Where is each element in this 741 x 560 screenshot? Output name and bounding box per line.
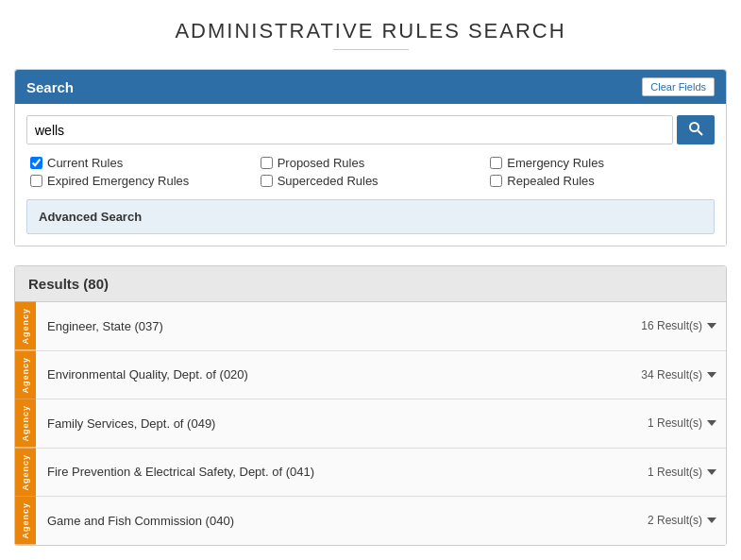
search-header: Search Clear Fields: [15, 70, 726, 104]
chevron-down-icon: [707, 469, 716, 475]
chevron-down-icon: [707, 420, 716, 426]
page-title: ADMINISTRATIVE RULES SEARCH: [14, 19, 727, 43]
search-panel-title: Search: [26, 79, 74, 95]
result-row[interactable]: AgencyFire Prevention & Electrical Safet…: [15, 449, 726, 498]
current-rules-label: Current Rules: [47, 156, 123, 170]
emergency-rules-label: Emergency Rules: [507, 156, 604, 170]
checkbox-proposed-rules[interactable]: Proposed Rules: [261, 156, 481, 170]
agency-badge: Agency: [15, 399, 36, 448]
clear-fields-button[interactable]: Clear Fields: [642, 77, 715, 96]
results-panel: Results (80) AgencyEngineer, State (037)…: [14, 265, 727, 546]
result-row[interactable]: AgencyFamily Services, Dept. of (049)1 R…: [15, 399, 726, 449]
results-header: Results (80): [15, 266, 726, 302]
result-row[interactable]: AgencyEngineer, State (037)16 Result(s): [15, 302, 726, 351]
agency-badge: Agency: [15, 449, 36, 497]
chevron-down-icon: [707, 372, 716, 378]
chevron-down-icon: [707, 518, 716, 523]
result-agency-name: Environmental Quality, Dept. of (020): [36, 360, 632, 389]
results-list: AgencyEngineer, State (037)16 Result(s)A…: [15, 302, 726, 545]
proposed-rules-label: Proposed Rules: [278, 156, 365, 170]
svg-line-1: [699, 131, 703, 136]
search-body: Current Rules Proposed Rules Emergency R…: [15, 104, 726, 246]
result-count: 34 Result(s): [632, 361, 726, 389]
checkbox-repealed-rules[interactable]: Repealed Rules: [490, 174, 711, 188]
advanced-search-bar[interactable]: Advanced Search: [26, 199, 715, 234]
result-agency-name: Engineer, State (037): [36, 312, 632, 341]
search-input[interactable]: [26, 115, 673, 144]
result-agency-name: Fire Prevention & Electrical Safety, Dep…: [36, 457, 638, 486]
result-agency-name: Family Services, Dept. of (049): [36, 409, 638, 438]
repealed-rules-label: Repealed Rules: [507, 174, 595, 188]
result-count: 2 Result(s): [638, 506, 726, 535]
result-count: 1 Result(s): [638, 409, 726, 437]
chevron-down-icon: [707, 323, 716, 329]
checkboxes-container: Current Rules Proposed Rules Emergency R…: [26, 156, 715, 188]
agency-badge: Agency: [15, 302, 36, 350]
checkbox-superceded-rules[interactable]: Superceded Rules: [261, 174, 481, 188]
search-icon: [688, 121, 703, 136]
search-button[interactable]: [677, 115, 715, 144]
checkbox-expired-emergency-rules[interactable]: Expired Emergency Rules: [30, 174, 251, 188]
result-count: 1 Result(s): [638, 458, 726, 486]
title-divider: [333, 49, 409, 50]
svg-point-0: [690, 123, 699, 131]
page-wrapper: ADMINISTRATIVE RULES SEARCH Search Clear…: [0, 0, 741, 560]
search-input-row: [26, 115, 715, 144]
result-row[interactable]: AgencyGame and Fish Commission (040)2 Re…: [15, 497, 726, 545]
checkbox-emergency-rules[interactable]: Emergency Rules: [490, 156, 711, 170]
search-panel: Search Clear Fields Current Rules: [14, 69, 727, 246]
superceded-rules-label: Superceded Rules: [278, 174, 379, 188]
checkbox-current-rules[interactable]: Current Rules: [30, 156, 251, 170]
agency-badge: Agency: [15, 497, 36, 545]
result-row[interactable]: AgencyEnvironmental Quality, Dept. of (0…: [15, 351, 726, 400]
agency-badge: Agency: [15, 351, 36, 399]
result-count: 16 Result(s): [632, 312, 726, 340]
expired-emergency-rules-label: Expired Emergency Rules: [47, 174, 189, 188]
result-agency-name: Game and Fish Commission (040): [36, 506, 638, 535]
